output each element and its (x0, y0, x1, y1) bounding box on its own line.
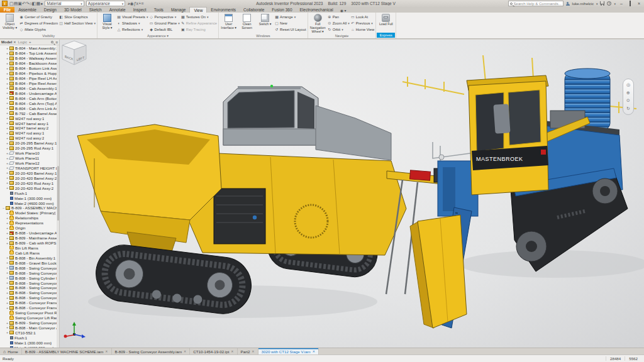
home-view-button[interactable]: ⌂Home View (351, 27, 375, 33)
tree-item[interactable]: +20-20-420 Rod Assy:1 (0, 180, 59, 185)
close-button[interactable]: × (636, 1, 642, 6)
expander-icon[interactable]: + (5, 326, 9, 329)
trencher-boom[interactable] (410, 207, 472, 328)
tree-item[interactable]: +B-804 - Walkway Assembly sliding:1 (0, 56, 59, 61)
chevron-down-icon[interactable]: ▾ (614, 2, 616, 6)
center-of-gravity-button[interactable]: ◉Center of Gravity (19, 14, 58, 20)
close-icon[interactable]: ✕ (231, 349, 233, 353)
ribbon-tab-sketch[interactable]: Sketch (86, 7, 106, 13)
tree-item[interactable]: +B-804 - Cab Arm (Top) Assembly:1 (0, 101, 59, 106)
expander-icon[interactable]: + (5, 116, 9, 120)
expander-icon[interactable]: + (5, 271, 9, 275)
ribbon-tab-assemble[interactable]: Assemble (14, 7, 40, 13)
tree-item[interactable]: +B-804 - Pipe Reel LH Assembly:1 (0, 76, 59, 81)
tree-item[interactable]: +20-26-295 Barrel Assy:1 (0, 141, 59, 146)
tree-item[interactable]: +CT10-552:1 (0, 330, 59, 335)
expander-icon[interactable]: + (5, 296, 9, 300)
new-file-icon[interactable]: ▢ (9, 1, 14, 6)
tree-item[interactable]: +B-808 - Swing Conveyor Pivot:1 (0, 270, 59, 275)
ribbon-tab-environments[interactable]: Environments (207, 7, 240, 13)
switch-button[interactable]: Switch ▾ (257, 13, 274, 33)
tree-item[interactable]: +B-804 - Cab Assembly:1 (0, 86, 59, 91)
browser-tab-logic[interactable]: Logic (18, 40, 27, 44)
user-name[interactable]: luke.mihelcic (572, 2, 594, 6)
tree-item[interactable]: Flush:1 (0, 190, 59, 195)
pan-button[interactable]: ⊕Pan (328, 14, 350, 20)
tree-item[interactable]: Bin Lift Rams (0, 246, 59, 251)
pan-icon[interactable]: ⊕ (626, 90, 631, 96)
restore-button[interactable] (627, 1, 633, 6)
ribbon-tab-3d-model[interactable]: 3D Model (60, 7, 86, 13)
tree-item[interactable]: +B-804 - Pipebox & Hopper (120mm E (0, 71, 59, 76)
user-interface-button[interactable]: User Interface ▾ (220, 13, 237, 33)
doc-tab-part2[interactable]: Part2✕ (238, 348, 258, 354)
slice-graphics-button[interactable]: ◧Slice Graphics (59, 14, 96, 20)
tree-item[interactable]: +W247 barrel assy:2 (0, 126, 59, 131)
tree-item[interactable]: +Work Plane10 (0, 151, 59, 156)
expander-icon[interactable]: + (5, 181, 9, 185)
expander-icon[interactable]: + (5, 306, 9, 310)
expander-icon[interactable]: + (5, 131, 9, 135)
save-icon[interactable]: ▣ (18, 1, 22, 6)
ribbon-tab-view[interactable]: View (189, 7, 207, 13)
expander-icon[interactable]: + (5, 281, 9, 285)
shadows-button[interactable]: ◐Shadows▾ (117, 21, 148, 26)
tree-item[interactable]: +B-804 - Cab Arm Link Assembly:1 (0, 106, 59, 111)
tree-item[interactable]: +B-809 - Swing Conveyor Assembly: (0, 321, 59, 326)
expander-icon[interactable]: + (5, 256, 9, 260)
store-cart-icon[interactable] (600, 1, 604, 4)
tree-item[interactable]: +B-808 - Undercarriage Assembly:1 (0, 231, 59, 236)
tree-item[interactable]: +20-26-295 Rod Assy:1 (0, 146, 59, 151)
perspective-button[interactable]: ◇Perspective▾ (149, 14, 179, 20)
tree-item[interactable]: +B-808 - Conveyor Frame Support - (0, 300, 59, 305)
expander-icon[interactable]: + (5, 301, 9, 305)
tree-item[interactable]: +Relationships (0, 216, 59, 221)
expander-icon[interactable]: + (5, 291, 9, 295)
appearance-combo[interactable]: Appearance▾ (86, 1, 126, 6)
browser-tab-model[interactable]: Model✕ (1, 40, 16, 44)
ribbon-tab-tools[interactable]: Tools (150, 7, 167, 13)
ribbon-tab-overflow-icon[interactable]: ◉ ▾ (337, 8, 350, 13)
full-navigation-wheel-button[interactable]: Full Navigation Wheel ▾ (309, 13, 326, 33)
tree-item[interactable]: +B-808 - Swing Conveyor Link - LH:1 (0, 290, 59, 295)
expander-icon[interactable]: + (5, 186, 9, 190)
chevron-down-icon[interactable]: ▾ (596, 2, 598, 6)
expander-icon[interactable]: + (5, 226, 9, 230)
tree-item[interactable]: Flush:1 (0, 335, 59, 340)
ribbon-tab-file[interactable]: File (0, 7, 14, 13)
expander-icon[interactable]: + (5, 221, 9, 225)
tree-item[interactable]: +Representations (0, 221, 59, 226)
reflections-button[interactable]: △Reflections▾ (117, 27, 148, 33)
tree-item[interactable]: +B-808 - Conveyor Frame Support - (0, 305, 59, 310)
expander-icon[interactable]: + (5, 146, 9, 150)
tree-item[interactable]: −B-809 - ASSEMBLY MACHINE SCHEME:1 (0, 206, 59, 211)
expander-icon[interactable]: + (5, 231, 9, 235)
new-button[interactable]: ▢New (275, 21, 306, 26)
tree-item[interactable]: +B-808 - Swing Conveyor Pivot Link - (0, 280, 59, 285)
doc-tab-ct10-1454-19-02-ipt[interactable]: CT10-1454-19-02.ipt✕ (190, 348, 237, 354)
textures-on-button[interactable]: ▦Textures On▾ (181, 14, 217, 20)
help-search-input[interactable]: Search Help & Commands... (508, 1, 564, 6)
expander-icon[interactable]: + (5, 331, 9, 334)
expander-icon[interactable]: + (5, 86, 9, 90)
half-section-view-button[interactable]: ◫Half Section View▾ (59, 21, 96, 26)
close-icon[interactable]: ✕ (13, 40, 16, 44)
ribbon-tab-electromechanical[interactable]: Electromechanical (296, 7, 337, 13)
material-ball-icon[interactable]: ● (40, 1, 43, 6)
browser-add-tab-button[interactable]: + (29, 40, 31, 44)
doc-tab-b-809-swing-conveyor-assembly-iam[interactable]: B-809 - Swing Conveyor Assembly.iam✕ (112, 348, 191, 354)
tree-item[interactable]: +B-804 - Mast Assembly:1 (0, 46, 59, 51)
trencher-cab[interactable]: MASTENBROEK (467, 75, 548, 195)
tree-item[interactable]: +B-808 - Swing Conveyor Pivot Link - (0, 285, 59, 290)
browser-menu-icon[interactable]: ≡ (55, 40, 58, 45)
tree-item[interactable]: +B-804 - Backboom Assembly:1 (0, 61, 59, 66)
ribbon-tab-collaborate[interactable]: Collaborate (240, 7, 268, 13)
close-icon[interactable]: ✕ (252, 349, 254, 353)
visual-style-button[interactable]: Visual Style ▾ (99, 13, 116, 33)
cab[interactable] (223, 85, 318, 145)
expander-icon[interactable]: + (5, 67, 9, 70)
ribbon-tab-design[interactable]: Design (40, 7, 60, 13)
tree-item[interactable]: Swing Conveyor Lift Ram (0, 315, 59, 321)
tree-item[interactable]: +W247 rod assy:1 (0, 131, 59, 136)
tree-item[interactable]: +B-804 - Undercarriage Assembly:1 (0, 90, 59, 96)
